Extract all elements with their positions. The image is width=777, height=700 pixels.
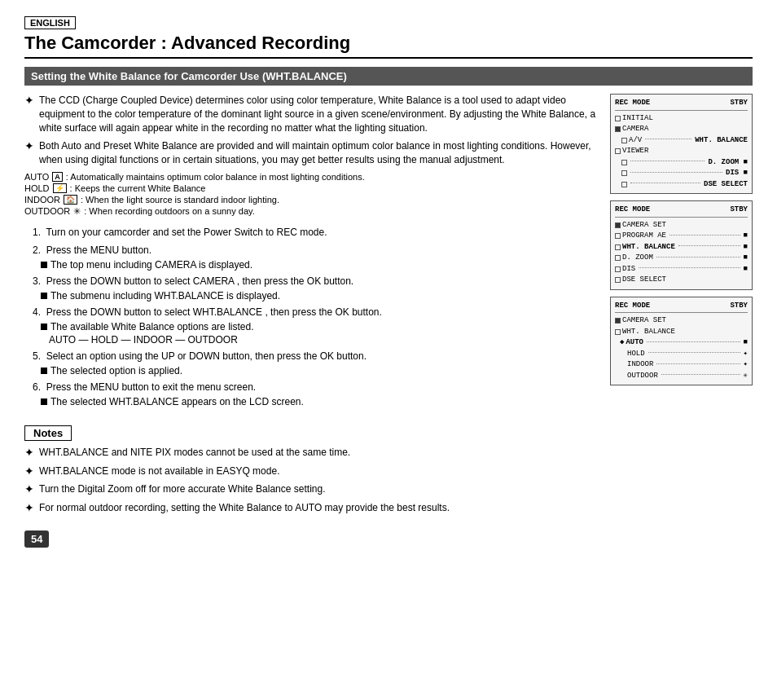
d3-check-cameraset — [615, 318, 621, 324]
d1-dots-dzoom — [630, 161, 705, 161]
diagram-1: REC MODE STBY INITIAL CAMERA A/V WHT. BA… — [610, 94, 753, 194]
d1-check-camera — [615, 126, 621, 132]
d3-row-whtbalance: WHT. BALANCE — [615, 327, 748, 338]
indoor-line: INDOOR 🏠 : When the light source is stan… — [24, 195, 602, 205]
note-cross-3: ✦ — [24, 482, 34, 498]
d3-arrow-auto: ◆ — [620, 337, 624, 349]
square-bullet-6 — [41, 398, 47, 405]
square-bullet-4 — [41, 324, 47, 330]
notes-label: Notes — [24, 425, 72, 441]
d1-label-av: A/V — [629, 135, 642, 147]
d3-row-outdoor: OUTDOOR ✳ — [620, 371, 748, 382]
step-2: 2. Press the MENU button. — [33, 243, 602, 258]
step-3-num: 3. — [33, 275, 43, 287]
d1-check-initial — [615, 116, 621, 121]
d2-label-whtbalance: WHT. BALANCE — [622, 242, 675, 253]
d3-label-outdoor: OUTDOOR — [627, 371, 658, 382]
d2-label-dseselect: DSE SELECT — [622, 275, 666, 286]
d2-dots-whtbalance — [678, 245, 740, 246]
d1-dots-av — [645, 139, 691, 139]
d2-val-whtbalance: ■ — [744, 242, 748, 253]
d3-check-whtbalance — [615, 329, 621, 335]
step-2-sub-text: The top menu including CAMERA is display… — [50, 259, 252, 271]
hold-label: HOLD — [24, 183, 50, 193]
step-6-text: Press the MENU button to exit the menu s… — [46, 381, 256, 393]
diagram-3: REC MODE STBY CAMERA SET WHT. BALANCE ◆ … — [610, 297, 753, 386]
d3-row-auto: ◆ AUTO ■ — [620, 337, 748, 349]
d2-row-programae: PROGRAM AE ■ — [615, 231, 748, 242]
step-5: 5. Select an option using the UP or DOWN… — [33, 349, 602, 363]
d3-dots-hold — [648, 352, 740, 353]
d1-label-camera: CAMERA — [622, 124, 648, 135]
bullet-2: ✦ Both Auto and Preset White Balance are… — [24, 139, 602, 167]
diagram-2-header-left: REC MODE — [615, 205, 650, 216]
note-cross-4: ✦ — [24, 500, 34, 517]
outdoor-label: OUTDOOR — [24, 206, 70, 216]
step-1: 1. Turn on your camcorder and set the Po… — [33, 225, 602, 240]
outdoor-sun-icon: ✳ — [73, 206, 81, 217]
d1-val-av: WHT. BALANCE — [695, 135, 748, 147]
diagram-3-header-right: STBY — [730, 301, 748, 312]
d2-label-dis: DIS — [622, 264, 635, 275]
step-4-num: 4. — [33, 306, 43, 318]
d2-check-dis — [615, 266, 621, 272]
d3-row-cameraset: CAMERA SET — [615, 315, 748, 327]
main-title: The Camcorder : Advanced Recording — [24, 33, 753, 59]
auto-line: AUTO A : Automatically maintains optimum… — [24, 172, 602, 182]
d2-check-cameraset — [615, 222, 621, 228]
d2-label-programae: PROGRAM AE — [622, 231, 666, 242]
notes-section: Notes ✦ WHT.BALANCE and NITE PIX modes c… — [24, 417, 602, 516]
d2-row-whtbalance: WHT. BALANCE ■ — [615, 242, 748, 253]
bullet-1: ✦ The CCD (Charge Coupled Device) determ… — [24, 94, 602, 134]
outdoor-line: OUTDOOR ✳ : When recording outdoors on a… — [24, 206, 602, 217]
step-6-sub: The selected WHT.BALANCE appears on the … — [41, 396, 602, 407]
d2-check-dzoom — [615, 255, 621, 261]
note-4: ✦ For normal outdoor recording, setting … — [24, 501, 602, 517]
d2-row-dis: DIS ■ — [615, 264, 748, 275]
indoor-desc: : When the light source is standard indo… — [81, 195, 279, 205]
d3-row-indoor: INDOOR ✦ — [620, 359, 748, 371]
step-1-text: Turn on your camcorder and set the Power… — [46, 227, 327, 238]
d2-row-cameraset: CAMERA SET — [615, 220, 748, 231]
step-5-sub-text: The selected option is applied. — [50, 365, 182, 376]
d1-row-viewer: VIEWER — [615, 146, 748, 157]
note-1: ✦ WHT.BALANCE and NITE PIX modes cannot … — [24, 446, 602, 461]
d3-val-outdoor: ✳ — [744, 371, 748, 382]
auto-sequence: AUTO — HOLD — INDOOR — OUTDOOR — [49, 334, 602, 346]
step-3-sub-text: The submenu including WHT.BALANCE is dis… — [50, 290, 280, 302]
right-content: REC MODE STBY INITIAL CAMERA A/V WHT. BA… — [610, 94, 753, 548]
step-3-sub: The submenu including WHT.BALANCE is dis… — [41, 290, 602, 302]
step-2-sub: The top menu including CAMERA is display… — [41, 259, 602, 271]
d3-val-indoor: ✦ — [744, 359, 748, 371]
diagram-1-header: REC MODE STBY — [615, 98, 748, 111]
d3-dots-outdoor — [661, 374, 740, 375]
d1-dots-dis — [630, 172, 722, 173]
d1-val-dzoom: D. ZOOM ■ — [708, 157, 748, 169]
d3-val-auto: ■ — [744, 337, 748, 349]
d1-check-dzoom — [621, 160, 627, 165]
d1-val-dse: DSE SELECT — [704, 179, 748, 191]
d2-val-programae: ■ — [744, 231, 748, 242]
page-number-area: 54 — [24, 524, 602, 548]
note-text-3: Turn the Digital Zoom off for more accur… — [39, 482, 326, 498]
d3-dots-auto — [647, 341, 740, 342]
auto-icon: A — [52, 172, 63, 182]
english-badge: ENGLISH — [24, 16, 76, 29]
indoor-icon: 🏠 — [64, 195, 77, 205]
d3-label-auto: AUTO — [626, 337, 643, 349]
step-3: 3. Press the DOWN button to select CAMER… — [33, 274, 602, 288]
d2-val-dzoom: ■ — [744, 253, 748, 264]
d1-check-av — [621, 138, 627, 143]
d2-check-whtbalance — [615, 244, 621, 250]
hold-icon: ⚡ — [53, 183, 67, 193]
d3-label-cameraset: CAMERA SET — [622, 315, 666, 327]
d1-label-viewer: VIEWER — [622, 146, 648, 157]
step-4-sub: The available White Balance options are … — [41, 321, 602, 332]
d1-row-dzoom: D. ZOOM ■ — [621, 157, 748, 169]
square-bullet-5 — [41, 368, 47, 374]
d2-check-programae — [615, 233, 621, 239]
diagram-3-header: REC MODE STBY — [615, 301, 748, 314]
step-6: 6. Press the MENU button to exit the men… — [33, 380, 602, 394]
diagram-1-header-left: REC MODE — [615, 98, 650, 109]
diagram-2-header-right: STBY — [730, 205, 748, 216]
